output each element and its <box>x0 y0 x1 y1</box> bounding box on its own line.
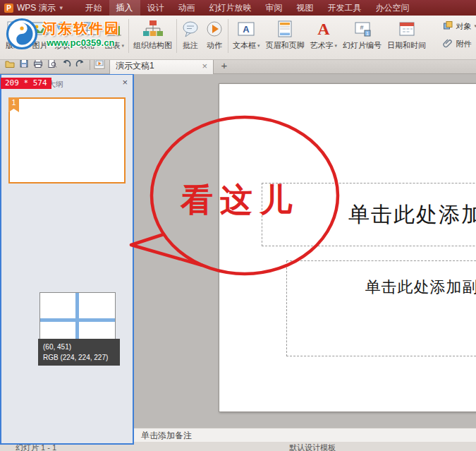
dropdown-caret-icon: ▾ <box>335 43 338 49</box>
new-tab-button[interactable]: + <box>218 59 231 71</box>
ribbon-item-chart[interactable]: 图表▾ <box>102 18 128 52</box>
slideshow-view-button[interactable] <box>92 59 106 71</box>
slideshow-icon <box>94 58 105 72</box>
wps-logo-icon[interactable]: P <box>4 4 13 13</box>
ribbon-item-layout[interactable]: 版式▾ <box>3 18 28 52</box>
layout-icon <box>6 19 25 39</box>
color-picker-tooltip: (60, 451) RGB (224, 224, 227) <box>38 339 120 366</box>
notes-pane[interactable]: 单击添加备注 <box>131 428 476 443</box>
ribbon-separator <box>176 19 177 53</box>
svg-text:A: A <box>317 20 330 38</box>
header-footer-icon <box>276 19 294 39</box>
titlebar: P WPS 演示 ▼ 开始 插入 设计 动画 幻灯片放映 审阅 视图 开发工具 … <box>0 0 476 16</box>
ribbon-insert-tab: 版式▾ 图片 形状▾ 表格▾ 图表▾ <box>0 16 476 60</box>
attachment-icon <box>443 38 453 49</box>
chart-icon <box>105 19 123 39</box>
picture-icon <box>31 19 49 39</box>
print-preview-button[interactable] <box>45 59 59 71</box>
menu-home[interactable]: 开始 <box>78 0 109 16</box>
print-icon <box>33 59 43 71</box>
text-box-icon: A <box>237 19 255 39</box>
action-icon <box>205 19 224 39</box>
ribbon-item-attachment[interactable]: 附件 <box>443 38 476 49</box>
ribbon-item-wordart[interactable]: A 艺术字▾ <box>307 18 341 52</box>
menu-view[interactable]: 视图 <box>290 0 321 16</box>
menu-animation[interactable]: 动画 <box>171 0 202 16</box>
slide-number-tag: 1 <box>8 97 19 112</box>
ribbon-item-object[interactable]: 对象 ▾ <box>443 20 476 32</box>
dropdown-caret-icon: ▾ <box>122 43 125 49</box>
menu-slideshow[interactable]: 幻灯片放映 <box>202 0 259 16</box>
subtitle-placeholder[interactable]: 单击此处添加副标题 <box>286 260 476 356</box>
slide-editor-canvas[interactable]: 单击此处添加标题 单击此处添加副标题 <box>131 73 476 428</box>
undo-button[interactable] <box>59 59 73 71</box>
svg-text:A: A <box>243 24 250 35</box>
org-chart-icon <box>142 19 164 39</box>
title-placeholder[interactable]: 单击此处添加标题 <box>262 183 476 246</box>
picker-rgb: RGB (224, 224, 227) <box>43 352 115 363</box>
dropdown-caret-icon: ▾ <box>97 43 99 49</box>
wps-presentation-window: P WPS 演示 ▼ 开始 插入 设计 动画 幻灯片放映 审阅 视图 开发工具 … <box>0 0 476 451</box>
date-time-icon <box>398 19 416 39</box>
subtitle-placeholder-text: 单击此处添加副标题 <box>365 277 476 298</box>
redo-button[interactable] <box>73 59 87 71</box>
slide-number-icon: #1 <box>353 19 372 39</box>
shapes-icon <box>55 19 73 39</box>
ribbon-item-slide-number[interactable]: #1 幻灯片编号 <box>340 18 384 52</box>
wordart-icon: A <box>315 19 333 39</box>
ribbon-item-action[interactable]: 动作 <box>202 18 226 52</box>
undo-icon <box>61 59 71 71</box>
menu-insert[interactable]: 插入 <box>109 0 140 16</box>
dropdown-caret-icon: ▾ <box>72 43 75 49</box>
svg-text:#: # <box>360 24 363 31</box>
slides-panel[interactable]: 幻灯片 大纲 × 209 * 574 1 (60, 451) RGB (224,… <box>0 73 134 445</box>
ribbon-item-header-footer[interactable]: 页眉和页脚 <box>263 18 307 52</box>
dropdown-caret-icon: ▾ <box>257 43 260 49</box>
save-icon <box>19 59 29 71</box>
template-name[interactable]: 默认设计模板 <box>289 443 336 451</box>
table-icon <box>80 19 99 39</box>
app-menu-caret-icon[interactable]: ▼ <box>59 5 64 11</box>
menu-bar: 开始 插入 设计 动画 幻灯片放映 审阅 视图 开发工具 办公空间 <box>78 0 417 16</box>
ribbon-right-group: 对象 ▾ 附件 <box>443 20 476 49</box>
ribbon-item-picture[interactable]: 图片 <box>28 18 52 52</box>
dropdown-caret-icon: ▾ <box>23 43 25 49</box>
panel-close-icon[interactable]: × <box>122 77 128 88</box>
ribbon-item-shapes[interactable]: 形状▾ <box>52 18 78 52</box>
svg-text:1: 1 <box>366 31 369 36</box>
app-name: WPS 演示 <box>17 2 56 14</box>
slide[interactable]: 单击此处添加标题 单击此处添加副标题 <box>219 83 476 412</box>
menu-developer[interactable]: 开发工具 <box>321 0 369 16</box>
open-button[interactable] <box>3 59 17 71</box>
toolbar-separator <box>90 60 90 70</box>
ribbon-item-date-time[interactable]: 日期和时间 <box>384 18 429 52</box>
print-button[interactable] <box>31 59 45 71</box>
title-placeholder-text: 单击此处添加标题 <box>348 200 476 229</box>
tab-close-icon[interactable]: × <box>202 61 207 71</box>
capture-size-badge: 209 * 574 <box>1 78 51 89</box>
save-button[interactable] <box>17 59 31 71</box>
ribbon-separator <box>228 19 228 53</box>
ribbon-separator <box>128 19 129 53</box>
menu-design[interactable]: 设计 <box>140 0 171 16</box>
print-preview-icon <box>47 59 57 71</box>
object-icon <box>443 20 453 32</box>
picker-coords: (60, 451) <box>43 342 115 352</box>
crosshair-vertical-icon <box>75 293 79 339</box>
notes-placeholder-text: 单击添加备注 <box>141 430 192 442</box>
ribbon-item-comment[interactable]: 批注 <box>178 18 202 52</box>
menu-review[interactable]: 审阅 <box>259 0 290 16</box>
ribbon-item-org-chart[interactable]: 组织结构图 <box>130 18 175 52</box>
document-tab-label: 演示文稿1 <box>116 60 154 72</box>
ribbon-item-text-box[interactable]: A 文本框▾ <box>230 18 263 52</box>
color-picker-magnifier <box>39 292 116 340</box>
menu-workspace[interactable]: 办公空间 <box>369 0 417 16</box>
ribbon-item-table[interactable]: 表格▾ <box>77 18 102 52</box>
redo-icon <box>75 59 85 71</box>
slide-thumbnail-1[interactable]: 1 <box>8 97 126 184</box>
folder-icon <box>5 59 15 71</box>
comment-icon <box>181 19 200 39</box>
